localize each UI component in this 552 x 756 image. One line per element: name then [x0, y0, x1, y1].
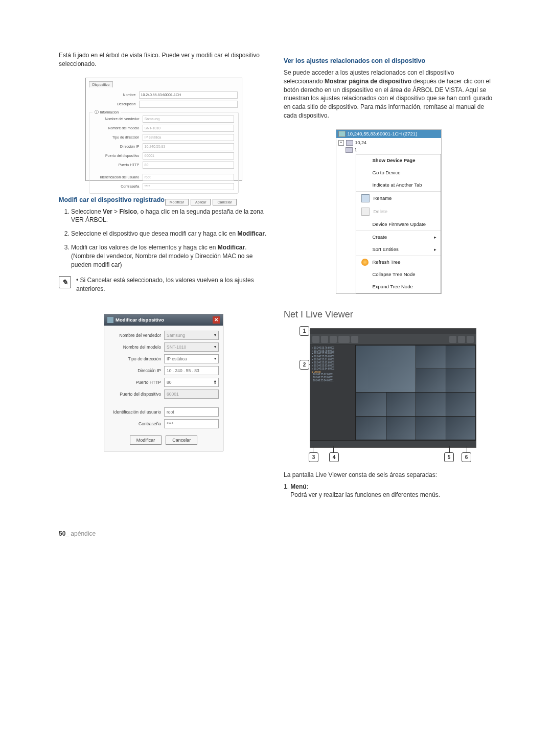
video-cell[interactable] [446, 393, 476, 416]
lv-caption: La pantalla Live Viewer consta de seis á… [284, 471, 493, 479]
menu-delete: Delete [356, 205, 441, 218]
modify-button[interactable]: Modificar [165, 199, 189, 205]
d-http-field[interactable]: 80▴▾ [164, 378, 219, 387]
d-user-field[interactable]: root [164, 407, 219, 417]
toolbar-button[interactable] [330, 336, 337, 343]
refresh-icon [361, 259, 369, 266]
menu-firmware-update[interactable]: Device Firmware Update [356, 218, 441, 231]
tree-node[interactable]: 1 [338, 147, 439, 153]
menu-refresh-tree[interactable]: Refresh Tree [356, 256, 441, 268]
video-cell[interactable] [356, 393, 386, 416]
spinner-icon[interactable]: ▴▾ [214, 380, 216, 385]
menu-collapse-tree[interactable]: Collapse Tree Node [356, 268, 441, 281]
toolbar-button[interactable] [449, 336, 456, 343]
step1-fisico: Físico [119, 208, 137, 215]
toolbar-button[interactable] [467, 336, 474, 343]
page-footer: 50_ apéndice [0, 530, 552, 568]
cancel-button[interactable]: Cancelar [213, 199, 236, 205]
callout-1: 1 [300, 326, 309, 336]
tree-node[interactable]: +10,24 [338, 140, 439, 146]
video-cell[interactable] [416, 346, 446, 369]
d-vendor-label: Nombre del vendedor [108, 333, 164, 338]
d-addrtype-field[interactable]: IP estática▾ [164, 354, 219, 363]
desc-label: Descripción [90, 102, 139, 106]
menu-go-to-device[interactable]: Go to Device [356, 167, 441, 179]
lv-device-tree[interactable]: ▸ 10.240.55.76:60001 ▸ 10.240.55.78:6000… [310, 345, 356, 440]
toolbar-button[interactable] [458, 336, 465, 343]
d-http-label: Puerto HTTP [108, 380, 164, 385]
toolbar-button[interactable] [338, 336, 350, 343]
menu-label: Menú [290, 483, 306, 490]
close-icon[interactable]: ✕ [213, 316, 220, 324]
tree-title: 10,240,55,83:60001-1CH (2721) [348, 131, 418, 136]
callout-5: 5 [444, 452, 454, 462]
menu-indicate-tab[interactable]: Indicate at Another Tab [356, 179, 441, 191]
apply-button[interactable]: Aplicar [191, 199, 211, 205]
lv-menubar[interactable] [310, 329, 476, 334]
pass-field: **** [143, 183, 234, 190]
camera-icon [346, 140, 353, 146]
panel-tab[interactable]: Dispositivo [89, 81, 113, 87]
rename-icon [361, 194, 370, 202]
d-pass-field[interactable]: **** [164, 419, 219, 428]
menu-description: Podrá ver y realizar las funciones en di… [290, 491, 440, 498]
device-panel: Dispositivo Nombre 10.240.55.83:60001-1C… [85, 78, 242, 181]
info-section-label: Información [93, 109, 121, 115]
menu-expand-tree[interactable]: Expand Tree Node [356, 281, 441, 293]
d-user-label: Identificación del usuario [108, 409, 164, 415]
model-field: SNT-1010 [143, 125, 234, 132]
dialog-icon [107, 317, 113, 323]
step1-sep: > [112, 208, 120, 215]
delete-icon [361, 208, 370, 216]
model-label: Nombre del modelo [94, 126, 143, 130]
video-cell[interactable] [416, 417, 446, 440]
live-viewer-figure: 1 2 ▸ 10.240.55.76:60001 [302, 328, 475, 448]
chevron-down-icon[interactable]: ▾ [214, 355, 216, 363]
video-cell[interactable] [356, 417, 386, 440]
name-field[interactable]: 10.240.55.83:60001-1CH [139, 91, 238, 99]
live-viewer-title: Net I Live Viewer [284, 309, 493, 320]
toolbar-button[interactable] [351, 336, 358, 343]
note-icon: ✎ [59, 276, 71, 288]
d-model-field: SNT-1010▾ [164, 342, 219, 352]
menu-create[interactable]: Create [356, 231, 441, 243]
video-cell[interactable] [386, 393, 416, 416]
video-cell[interactable] [446, 369, 476, 392]
d-ip-label: Dirección IP [108, 368, 164, 373]
d-vendor-field: Samsung▾ [164, 331, 219, 340]
lv-toolbar[interactable] [310, 334, 476, 345]
desc-field[interactable] [139, 101, 238, 108]
video-cell[interactable] [446, 346, 476, 369]
modify-dialog: Modificar dispositivo ✕ Nombre del vende… [104, 314, 223, 451]
toolbar-button[interactable] [312, 336, 319, 343]
callout-6: 6 [462, 452, 471, 462]
modify-heading: Modifi car el dispositivo registrado [59, 196, 268, 203]
ip-label: Dirección IP [94, 145, 143, 148]
video-cell[interactable] [356, 346, 416, 393]
d-ip-field[interactable]: 10 . 240 . 55 . 83 [164, 366, 219, 375]
dialog-modify-button[interactable]: Modificar [130, 436, 162, 445]
camera-icon [346, 147, 353, 153]
menu-rename[interactable]: Rename [356, 192, 441, 205]
lv-bottom-bar[interactable] [310, 440, 476, 448]
intro-text: Está fi jado en el árbol de vista físico… [59, 51, 268, 68]
step2-modificar: Modificar [238, 230, 265, 237]
step2-a: Seleccione el dispositivo que desea modi… [71, 230, 238, 237]
menu-sort-entities[interactable]: Sort Entities [356, 243, 441, 256]
http-label: Puerto HTTP [94, 163, 143, 167]
d-devport-label: Puerto del dispositivo [108, 392, 164, 397]
ip-field: 10.240.55.83 [143, 143, 234, 150]
video-cell[interactable] [446, 417, 476, 440]
lv-video-grid[interactable] [356, 345, 476, 440]
d-addrtype-label: Tipo de dirección [108, 356, 164, 361]
device-tree: 10,240,55,83:60001-1CH (2721) +10,24 1 S… [336, 129, 442, 294]
video-cell[interactable] [416, 369, 446, 392]
video-cell[interactable] [386, 417, 416, 440]
user-field: root [143, 174, 234, 181]
step3-a: Modifi car los valores de los elementos … [71, 244, 218, 251]
video-cell[interactable] [416, 393, 446, 416]
menu-show-device-page[interactable]: Show Device Page [356, 154, 441, 167]
callout-3: 3 [309, 452, 318, 462]
dialog-cancel-button[interactable]: Cancelar [166, 436, 197, 445]
toolbar-button[interactable] [321, 336, 328, 343]
